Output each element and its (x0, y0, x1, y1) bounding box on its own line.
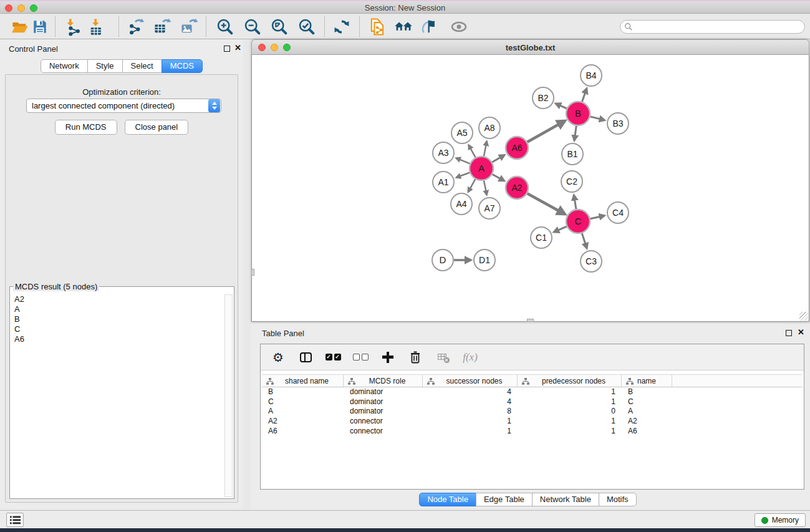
mcds-result-item[interactable]: A (11, 304, 224, 314)
node-D[interactable]: D (432, 249, 453, 271)
criterion-dropdown[interactable]: largest connected component (directed) (26, 99, 221, 113)
node-A[interactable]: A (470, 157, 493, 180)
network-canvas[interactable]: B4B2BB3A8A5A6A3B1AC2A1A2A4A7C4CC1DC3D1 (251, 55, 809, 322)
node-A6[interactable]: A6 (506, 137, 528, 159)
run-mcds-button[interactable]: Run MCDS (55, 120, 117, 135)
node-A5[interactable]: A5 (451, 122, 473, 143)
tab-motifs[interactable]: Motifs (599, 493, 637, 506)
mcds-list-scrollbar[interactable] (224, 294, 233, 497)
edge-A-A1[interactable] (456, 173, 470, 178)
mcds-result-item[interactable]: B (11, 314, 224, 324)
node-A7[interactable]: A7 (479, 198, 500, 219)
node-B3[interactable]: B3 (607, 113, 629, 134)
column-header-shared-name[interactable]: shared name (262, 375, 344, 387)
table-row[interactable]: Bdominator41B (262, 387, 803, 397)
edge-A-A2[interactable] (493, 175, 504, 181)
deselect-all-button[interactable] (352, 349, 369, 366)
tab-mcds[interactable]: MCDS (162, 59, 203, 73)
edge-A-A4[interactable] (468, 179, 475, 191)
table-row[interactable]: Adominator80A (262, 407, 803, 417)
import-table-button[interactable] (85, 16, 108, 37)
edge-A-A8[interactable] (484, 142, 487, 157)
tab-select[interactable]: Select (122, 59, 162, 73)
memory-button[interactable]: Memory (755, 513, 806, 527)
edge-B-B4[interactable] (582, 89, 587, 102)
edge-A-A6[interactable] (492, 155, 504, 162)
window-resize-grip[interactable] (799, 312, 808, 321)
tab-style[interactable]: Style (87, 59, 123, 73)
mcds-result-item[interactable]: A6 (11, 334, 224, 344)
bottom-edge-handle[interactable] (527, 319, 534, 322)
column-header-MCDS-role[interactable]: MCDS role (344, 375, 423, 387)
table-settings-button[interactable]: ⚙ (269, 349, 287, 366)
tab-node-table[interactable]: Node Table (419, 493, 476, 506)
save-session-button[interactable] (29, 16, 51, 37)
function-builder-button[interactable]: f(x) (461, 349, 479, 366)
node-C2[interactable]: C2 (561, 171, 582, 192)
search-input[interactable] (635, 22, 804, 31)
node-B1[interactable]: B1 (562, 143, 583, 165)
zoom-in-button[interactable] (214, 16, 236, 37)
node-A2[interactable]: A2 (506, 177, 528, 199)
import-network-button[interactable] (62, 16, 85, 37)
tab-network[interactable]: Network (41, 59, 88, 73)
node-B4[interactable]: B4 (581, 65, 602, 86)
table-panel-float-button[interactable] (786, 330, 792, 336)
zoom-selected-button[interactable] (296, 16, 318, 37)
show-hide-button[interactable] (448, 16, 470, 37)
network-graph[interactable]: B4B2BB3A8A5A6A3B1AC2A1A2A4A7C4CC1DC3D1 (252, 55, 809, 321)
node-B2[interactable]: B2 (533, 87, 554, 109)
edge-A-A3[interactable] (456, 158, 470, 163)
select-all-button[interactable]: ✓✓ (324, 349, 342, 366)
mcds-result-item[interactable]: A2 (11, 294, 224, 304)
edge-C-C2[interactable] (574, 195, 576, 210)
edge-A6-B[interactable] (528, 121, 566, 142)
mcds-result-item[interactable]: C (11, 324, 224, 334)
task-history-button[interactable] (6, 513, 24, 527)
node-C1[interactable]: C1 (531, 227, 552, 248)
zoom-fit-button[interactable] (268, 16, 291, 37)
node-C4[interactable]: C4 (607, 202, 629, 223)
search-field[interactable] (620, 20, 805, 34)
homes-button[interactable] (392, 16, 415, 37)
table-row[interactable]: Cdominator41C (262, 397, 803, 407)
tab-edge-table[interactable]: Edge Table (476, 493, 533, 506)
edge-B-B3[interactable] (590, 117, 604, 120)
delete-table-button[interactable]: ✕ (434, 349, 451, 366)
node-A8[interactable]: A8 (479, 117, 500, 138)
edge-A2-C[interactable] (528, 193, 565, 214)
edge-B-B1[interactable] (574, 126, 576, 140)
node-C3[interactable]: C3 (581, 251, 602, 272)
hide-annotations-button[interactable] (419, 16, 441, 37)
export-image-button[interactable] (178, 16, 200, 37)
delete-column-button[interactable] (407, 349, 424, 366)
left-edge-handle[interactable] (251, 269, 254, 276)
edge-B-B2[interactable] (556, 104, 567, 109)
network-window-titlebar[interactable]: testGlobe.txt (251, 39, 809, 55)
edge-C-C3[interactable] (582, 233, 587, 248)
close-panel-button[interactable]: Close panel (125, 120, 189, 135)
control-panel-float-button[interactable] (224, 46, 230, 52)
edge-C-C4[interactable] (591, 216, 605, 219)
export-network-button[interactable] (125, 16, 147, 37)
node-C[interactable]: C (566, 210, 590, 233)
show-columns-button[interactable] (297, 349, 314, 366)
add-column-button[interactable] (379, 349, 397, 366)
refresh-view-button[interactable] (330, 16, 353, 37)
table-row[interactable]: A6connector11A6 (262, 427, 803, 437)
node-A3[interactable]: A3 (433, 142, 454, 163)
control-panel-close-button[interactable]: ✕ (234, 45, 241, 51)
node-B[interactable]: B (566, 102, 590, 125)
open-session-button[interactable] (9, 16, 31, 37)
edge-A-A7[interactable] (484, 181, 487, 195)
column-header-successor-nodes[interactable]: successor nodes (423, 375, 518, 387)
node-A1[interactable]: A1 (433, 172, 454, 193)
column-header-name[interactable]: name (622, 375, 672, 387)
node-D1[interactable]: D1 (474, 249, 495, 271)
node-A4[interactable]: A4 (451, 193, 472, 215)
tab-network-table[interactable]: Network Table (532, 493, 599, 506)
export-table-button[interactable] (151, 16, 173, 37)
edge-C-C1[interactable] (554, 226, 567, 232)
table-row[interactable]: A2connector11A2 (262, 417, 803, 427)
zoom-out-button[interactable] (241, 16, 264, 37)
